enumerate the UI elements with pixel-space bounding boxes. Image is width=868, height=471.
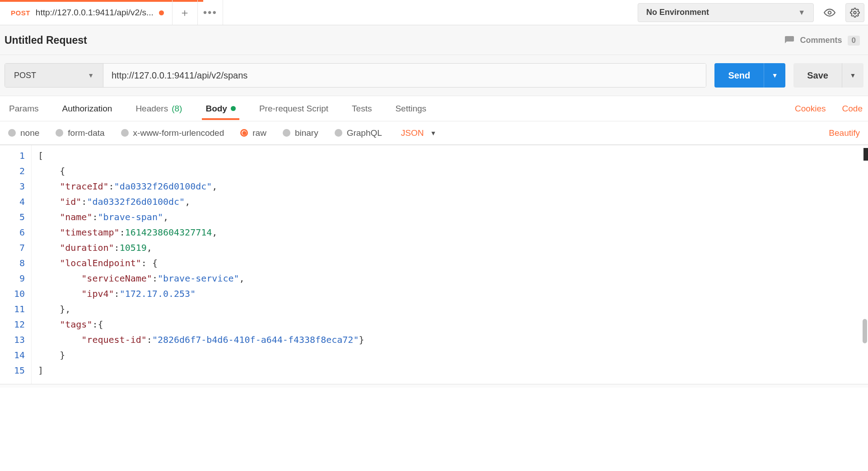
http-method-select[interactable]: POST ▼ (5, 64, 103, 87)
body-editor[interactable]: 123456789101112131415 [ { "traceId":"da0… (0, 145, 868, 384)
gear-icon (850, 8, 860, 18)
body-type-graphql[interactable]: GraphQL (335, 128, 382, 138)
body-type-row: none form-data x-www-form-urlencoded raw… (0, 121, 868, 145)
tab-prerequest[interactable]: Pre-request Script (256, 97, 332, 120)
editor-code[interactable]: [ { "traceId":"da0332f26d0100dc", "id":"… (32, 145, 868, 384)
radio-icon (8, 129, 16, 137)
chevron-down-icon: ▼ (850, 72, 856, 79)
radio-icon (335, 129, 342, 137)
send-button[interactable]: Send (714, 63, 764, 88)
http-method-label: POST (14, 71, 36, 80)
radio-icon (283, 129, 290, 137)
cookies-link[interactable]: Cookies (795, 104, 826, 114)
comments-button[interactable]: Comments 0 (784, 35, 860, 46)
svg-point-0 (828, 11, 831, 14)
new-tab-button[interactable]: ＋ (173, 0, 198, 25)
svg-point-1 (854, 11, 856, 14)
plus-icon: ＋ (179, 5, 190, 20)
tab-tests[interactable]: Tests (348, 97, 375, 120)
tab-overflow-button[interactable]: ••• (198, 0, 223, 25)
save-button[interactable]: Save (793, 63, 842, 88)
chevron-down-icon: ▼ (798, 9, 805, 17)
tab-bar: POST http://127.0.0.1:9411/api/v2/s... ＋… (0, 0, 868, 25)
comments-count: 0 (848, 36, 860, 46)
radio-icon (56, 129, 63, 137)
environment-label: No Environment (646, 8, 709, 17)
tab-strip: POST http://127.0.0.1:9411/api/v2/s... ＋… (0, 0, 223, 25)
body-type-xwwwform[interactable]: x-www-form-urlencoded (121, 128, 224, 138)
environment-preview-button[interactable] (820, 3, 839, 22)
body-type-none[interactable]: none (8, 128, 39, 138)
tab-method-label: POST (11, 9, 30, 17)
editor-gutter: 123456789101112131415 (0, 145, 32, 384)
body-type-binary[interactable]: binary (283, 128, 318, 138)
send-dropdown-button[interactable]: ▼ (764, 63, 785, 88)
unsaved-indicator-icon (159, 10, 164, 15)
body-dirty-indicator-icon (231, 106, 236, 111)
chevron-down-icon: ▼ (430, 129, 436, 137)
send-button-group: Send ▼ (714, 63, 785, 88)
radio-selected-icon (240, 129, 248, 137)
eye-icon (824, 7, 835, 18)
panel-divider (0, 384, 868, 388)
request-builder-row: POST ▼ Send ▼ Save ▼ (0, 55, 868, 96)
environment-controls: No Environment ▼ (638, 0, 868, 25)
method-url-group: POST ▼ (5, 63, 706, 88)
code-link[interactable]: Code (842, 104, 863, 114)
editor-minimap-cursor (863, 148, 868, 161)
request-tab[interactable]: POST http://127.0.0.1:9411/api/v2/s... (0, 0, 173, 25)
tab-params[interactable]: Params (5, 97, 42, 120)
beautify-button[interactable]: Beautify (829, 128, 860, 138)
body-type-raw[interactable]: raw (240, 128, 266, 138)
headers-count: (8) (172, 104, 182, 114)
url-input[interactable] (103, 64, 706, 87)
request-section-tabs: Params Authorization Headers (8) Body Pr… (0, 96, 868, 121)
tab-headers[interactable]: Headers (8) (132, 97, 186, 120)
request-title[interactable]: Untitled Request (5, 34, 87, 46)
tab-url-label: http://127.0.0.1:9411/api/v2/s... (36, 8, 154, 18)
body-type-formdata[interactable]: form-data (56, 128, 104, 138)
tab-authorization[interactable]: Authorization (58, 97, 116, 120)
more-icon: ••• (203, 6, 217, 19)
radio-icon (121, 129, 129, 137)
chevron-down-icon: ▼ (88, 72, 94, 79)
editor-scrollbar-thumb[interactable] (863, 319, 867, 343)
environment-select[interactable]: No Environment ▼ (638, 3, 814, 22)
tab-body[interactable]: Body (202, 97, 239, 120)
comments-label: Comments (800, 36, 842, 45)
chevron-down-icon: ▼ (772, 72, 778, 79)
comment-icon (784, 35, 795, 46)
request-header-row: Untitled Request Comments 0 (0, 25, 868, 55)
body-subtype-select[interactable]: JSON ▼ (401, 128, 437, 138)
save-dropdown-button[interactable]: ▼ (842, 63, 863, 88)
environment-settings-button[interactable] (845, 3, 864, 22)
save-button-group: Save ▼ (793, 63, 863, 88)
tab-settings[interactable]: Settings (392, 97, 430, 120)
